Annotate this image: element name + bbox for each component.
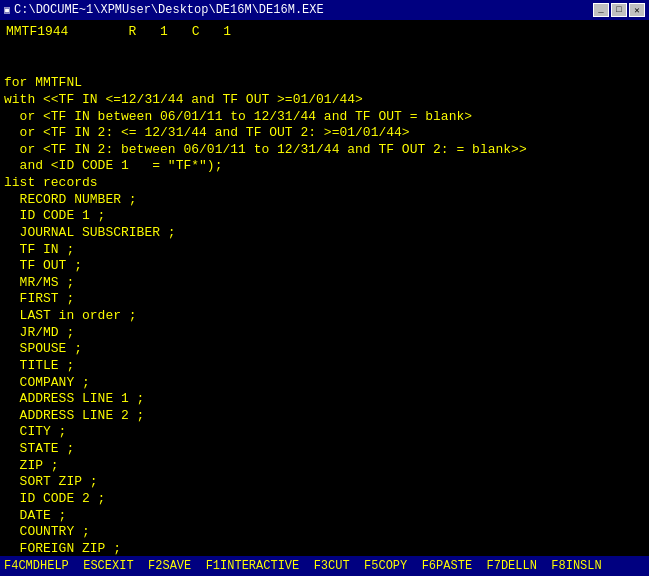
cursor-position: R 1 C 1: [128, 24, 239, 39]
title-bar-text: C:\DOCUME~1\XPMUser\Desktop\DE16M\DE16M.…: [14, 3, 324, 17]
status-bar: F4CMDHELP ESCEXIT F2SAVE F1INTERACTIVE F…: [0, 556, 649, 576]
line-company: COMPANY ;: [4, 375, 645, 392]
terminal-content: MMTF1944 R 1 C 1 for MMTFNL with <<TF IN…: [0, 20, 649, 556]
line-country: COUNTRY ;: [4, 524, 645, 541]
window-icon: ▣: [4, 4, 10, 16]
line-for: for MMTFNL: [4, 75, 645, 92]
line-foreign-zip: FOREIGN ZIP ;: [4, 541, 645, 556]
maximize-button[interactable]: □: [611, 3, 627, 17]
line-or1: or <TF IN between 06/01/11 to 12/31/44 a…: [4, 109, 645, 126]
line-id-code-1: ID CODE 1 ;: [4, 208, 645, 225]
line-or2: or <TF IN 2: <= 12/31/44 and TF OUT 2: >…: [4, 125, 645, 142]
line-blank-2: [4, 59, 645, 76]
title-bar: ▣ C:\DOCUME~1\XPMUser\Desktop\DE16M\DE16…: [0, 0, 649, 20]
line-blank-1: [4, 42, 645, 59]
line-date: DATE ;: [4, 508, 645, 525]
line-record-num: RECORD NUMBER ;: [4, 192, 645, 209]
main-window: ▣ C:\DOCUME~1\XPMUser\Desktop\DE16M\DE16…: [0, 0, 649, 576]
line-spouse: SPOUSE ;: [4, 341, 645, 358]
line-zip: ZIP ;: [4, 458, 645, 475]
line-and: and <ID CODE 1 = "TF*");: [4, 158, 645, 175]
top-bar: MMTF1944 R 1 C 1: [0, 20, 649, 42]
program-name: MMTF1944: [6, 24, 68, 39]
line-mrms: MR/MS ;: [4, 275, 645, 292]
line-state: STATE ;: [4, 441, 645, 458]
line-title: TITLE ;: [4, 358, 645, 375]
close-button[interactable]: ✕: [629, 3, 645, 17]
line-tf-out: TF OUT ;: [4, 258, 645, 275]
line-list: list records: [4, 175, 645, 192]
line-city: CITY ;: [4, 424, 645, 441]
line-addr2: ADDRESS LINE 2 ;: [4, 408, 645, 425]
line-or3: or <TF IN 2: between 06/01/11 to 12/31/4…: [4, 142, 645, 159]
line-id-code-2: ID CODE 2 ;: [4, 491, 645, 508]
title-bar-controls: _ □ ✕: [593, 3, 645, 17]
code-area[interactable]: for MMTFNL with <<TF IN <=12/31/44 and T…: [0, 42, 649, 556]
line-journal: JOURNAL SUBSCRIBER ;: [4, 225, 645, 242]
line-addr1: ADDRESS LINE 1 ;: [4, 391, 645, 408]
line-last: LAST in order ;: [4, 308, 645, 325]
line-tf-in: TF IN ;: [4, 242, 645, 259]
line-first: FIRST ;: [4, 291, 645, 308]
line-with: with <<TF IN <=12/31/44 and TF OUT >=01/…: [4, 92, 645, 109]
line-sort-zip: SORT ZIP ;: [4, 474, 645, 491]
minimize-button[interactable]: _: [593, 3, 609, 17]
title-bar-left: ▣ C:\DOCUME~1\XPMUser\Desktop\DE16M\DE16…: [4, 3, 324, 17]
line-jrmd: JR/MD ;: [4, 325, 645, 342]
